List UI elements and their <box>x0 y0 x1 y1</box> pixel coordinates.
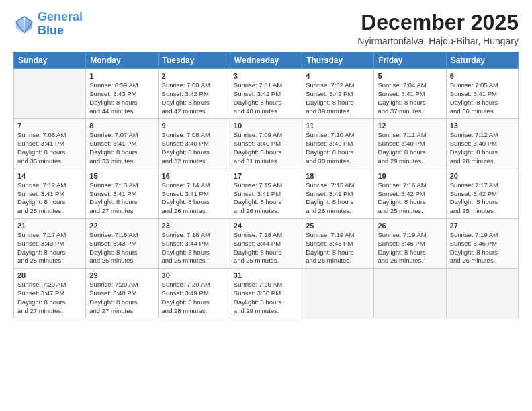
cell-daylight: Daylight: 8 hours <box>17 198 82 207</box>
cell-daylight: Daylight: 8 hours <box>89 298 154 307</box>
cell-sunrise: Sunrise: 7:00 AM <box>162 81 226 90</box>
cell-2-3: 17Sunrise: 7:15 AMSunset: 3:41 PMDayligh… <box>230 169 302 218</box>
day-number: 9 <box>162 122 226 130</box>
cell-sunrise: Sunrise: 6:59 AM <box>89 81 154 90</box>
day-number: 14 <box>17 172 82 180</box>
cell-daylight: Daylight: 8 hours <box>17 148 82 157</box>
day-number: 19 <box>378 172 442 180</box>
cell-4-6 <box>446 269 518 318</box>
cell-1-0: 7Sunrise: 7:06 AMSunset: 3:41 PMDaylight… <box>14 119 86 169</box>
cell-2-6: 20Sunrise: 7:17 AMSunset: 3:42 PMDayligh… <box>446 169 518 218</box>
cell-0-4: 4Sunrise: 7:02 AMSunset: 3:42 PMDaylight… <box>302 69 374 119</box>
day-number: 3 <box>234 72 298 80</box>
cell-sunrise: Sunrise: 7:19 AM <box>306 231 370 240</box>
cell-minutes: and 26 minutes. <box>450 257 515 265</box>
cell-daylight: Daylight: 8 hours <box>162 198 226 207</box>
cell-sunset: Sunset: 3:41 PM <box>450 90 515 99</box>
cell-minutes: and 37 minutes. <box>378 107 442 116</box>
cell-3-5: 26Sunrise: 7:19 AMSunset: 3:46 PMDayligh… <box>374 218 446 268</box>
cell-daylight: Daylight: 8 hours <box>378 248 442 257</box>
cell-sunrise: Sunrise: 7:18 AM <box>234 231 298 240</box>
day-number: 27 <box>450 222 515 230</box>
day-number: 2 <box>162 72 226 80</box>
cell-sunset: Sunset: 3:40 PM <box>306 140 370 148</box>
cell-sunrise: Sunrise: 7:04 AM <box>378 81 442 90</box>
cell-sunset: Sunset: 3:41 PM <box>306 190 370 199</box>
cell-2-5: 19Sunrise: 7:16 AMSunset: 3:42 PMDayligh… <box>374 169 446 218</box>
cell-daylight: Daylight: 8 hours <box>306 248 370 257</box>
cell-daylight: Daylight: 8 hours <box>234 99 298 107</box>
cell-sunset: Sunset: 3:41 PM <box>89 190 154 199</box>
cell-minutes: and 44 minutes. <box>89 107 154 116</box>
cell-sunrise: Sunrise: 7:02 AM <box>306 81 370 90</box>
day-number: 22 <box>89 222 154 230</box>
cell-minutes: and 39 minutes. <box>306 107 370 116</box>
cell-sunset: Sunset: 3:42 PM <box>234 90 298 99</box>
day-number: 24 <box>234 222 298 230</box>
cell-0-1: 1Sunrise: 6:59 AMSunset: 3:43 PMDaylight… <box>86 69 158 119</box>
cell-sunrise: Sunrise: 7:20 AM <box>17 281 82 289</box>
cell-sunset: Sunset: 3:46 PM <box>378 240 442 248</box>
cell-daylight: Daylight: 8 hours <box>306 148 370 157</box>
cell-daylight: Daylight: 8 hours <box>450 198 515 207</box>
col-tuesday: Tuesday <box>158 52 230 69</box>
logo: General Blue <box>13 11 83 38</box>
cell-sunrise: Sunrise: 7:19 AM <box>450 231 515 240</box>
cell-daylight: Daylight: 8 hours <box>378 148 442 157</box>
cell-sunset: Sunset: 3:44 PM <box>162 240 226 248</box>
cell-minutes: and 26 minutes. <box>162 207 226 216</box>
cell-daylight: Daylight: 8 hours <box>234 248 298 257</box>
cell-sunrise: Sunrise: 7:18 AM <box>89 231 154 240</box>
day-number: 26 <box>378 222 442 230</box>
cell-sunset: Sunset: 3:40 PM <box>378 140 442 148</box>
cell-minutes: and 25 minutes. <box>378 207 442 216</box>
cell-sunset: Sunset: 3:42 PM <box>306 90 370 99</box>
cell-daylight: Daylight: 8 hours <box>17 248 82 257</box>
week-row-2: 14Sunrise: 7:12 AMSunset: 3:41 PMDayligh… <box>14 169 519 218</box>
cell-3-2: 23Sunrise: 7:18 AMSunset: 3:44 PMDayligh… <box>158 218 230 268</box>
day-number: 20 <box>450 172 515 180</box>
cell-4-5 <box>374 269 446 318</box>
cell-sunrise: Sunrise: 7:06 AM <box>17 131 82 140</box>
cell-sunset: Sunset: 3:48 PM <box>89 289 154 298</box>
cell-1-4: 11Sunrise: 7:10 AMSunset: 3:40 PMDayligh… <box>302 119 374 169</box>
day-number: 4 <box>306 72 370 80</box>
cell-3-3: 24Sunrise: 7:18 AMSunset: 3:44 PMDayligh… <box>230 218 302 268</box>
day-number: 6 <box>450 72 515 80</box>
week-row-1: 7Sunrise: 7:06 AMSunset: 3:41 PMDaylight… <box>14 119 519 169</box>
cell-sunrise: Sunrise: 7:13 AM <box>89 181 154 190</box>
cell-sunset: Sunset: 3:43 PM <box>89 90 154 99</box>
cell-minutes: and 33 minutes. <box>89 157 154 166</box>
cell-3-6: 27Sunrise: 7:19 AMSunset: 3:46 PMDayligh… <box>446 218 518 268</box>
cell-sunrise: Sunrise: 7:15 AM <box>306 181 370 190</box>
cell-sunrise: Sunrise: 7:16 AM <box>378 181 442 190</box>
day-number: 5 <box>378 72 442 80</box>
month-title: December 2025 <box>357 11 519 34</box>
cell-daylight: Daylight: 8 hours <box>234 148 298 157</box>
day-number: 18 <box>306 172 370 180</box>
title-block: December 2025 Nyirmartonfalva, Hajdu-Bih… <box>357 11 519 46</box>
cell-minutes: and 35 minutes. <box>17 157 82 166</box>
day-number: 8 <box>89 122 154 130</box>
cell-sunrise: Sunrise: 7:14 AM <box>162 181 226 190</box>
cell-daylight: Daylight: 8 hours <box>162 248 226 257</box>
day-number: 29 <box>89 271 154 279</box>
cell-sunrise: Sunrise: 7:18 AM <box>162 231 226 240</box>
week-row-0: 1Sunrise: 6:59 AMSunset: 3:43 PMDaylight… <box>14 69 519 119</box>
cell-daylight: Daylight: 8 hours <box>450 148 515 157</box>
cell-daylight: Daylight: 8 hours <box>378 198 442 207</box>
cell-1-5: 12Sunrise: 7:11 AMSunset: 3:40 PMDayligh… <box>374 119 446 169</box>
cell-minutes: and 29 minutes. <box>234 307 298 316</box>
cell-sunset: Sunset: 3:41 PM <box>234 190 298 199</box>
cell-minutes: and 26 minutes. <box>306 257 370 265</box>
cell-minutes: and 28 minutes. <box>17 207 82 216</box>
cell-4-4 <box>302 269 374 318</box>
cell-sunset: Sunset: 3:44 PM <box>234 240 298 248</box>
cell-4-3: 31Sunrise: 7:20 AMSunset: 3:50 PMDayligh… <box>230 269 302 318</box>
cell-daylight: Daylight: 8 hours <box>378 99 442 107</box>
cell-minutes: and 25 minutes. <box>89 257 154 265</box>
cell-3-1: 22Sunrise: 7:18 AMSunset: 3:43 PMDayligh… <box>86 218 158 268</box>
cell-sunset: Sunset: 3:47 PM <box>17 289 82 298</box>
cell-2-1: 15Sunrise: 7:13 AMSunset: 3:41 PMDayligh… <box>86 169 158 218</box>
day-number: 30 <box>162 271 226 279</box>
